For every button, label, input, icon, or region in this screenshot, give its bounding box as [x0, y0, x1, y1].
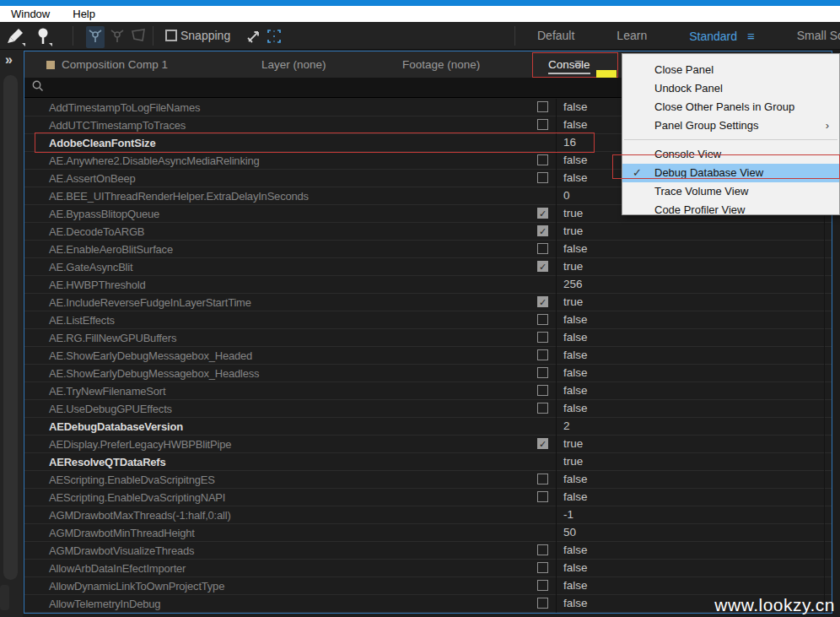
table-row[interactable]: AGMDrawbotMinThreadHeight50: [24, 524, 832, 542]
setting-value[interactable]: false: [563, 579, 588, 592]
setting-value[interactable]: true: [563, 225, 583, 237]
table-row[interactable]: AGMDrawbotVisualizeThreadsfalse: [24, 542, 832, 560]
menu-item-code-profiler-view[interactable]: Code Profiler View: [622, 201, 839, 219]
snapping-checkbox[interactable]: [165, 30, 177, 41]
menu-item-undock-panel[interactable]: Undock Panel: [622, 79, 839, 98]
setting-value[interactable]: 0: [563, 189, 570, 202]
menu-window[interactable]: Window: [11, 8, 50, 20]
panel-tab-composition-comp-1[interactable]: Composition Comp 1: [46, 51, 168, 78]
setting-checkbox[interactable]: ✓: [537, 438, 548, 449]
setting-checkbox[interactable]: [537, 474, 548, 484]
setting-checkbox[interactable]: [537, 544, 548, 555]
setting-checkbox[interactable]: [537, 367, 548, 378]
setting-value[interactable]: false: [563, 331, 588, 344]
setting-checkbox[interactable]: [537, 598, 548, 609]
orbit-camera-icon[interactable]: [86, 26, 105, 48]
vertical-scrollbar[interactable]: [3, 75, 18, 580]
table-row[interactable]: AEScripting.EnableDvaScriptingNAPIfalse: [24, 489, 832, 506]
workspace-tab-learn[interactable]: Learn: [617, 29, 647, 42]
table-row[interactable]: AllowArbDataInEfectImporterfalse: [24, 560, 832, 577]
table-row[interactable]: AE.IncludeReverseFudgeInLayerStartTime✓t…: [24, 294, 832, 311]
setting-value[interactable]: false: [563, 154, 588, 166]
panel-tab-console[interactable]: Console: [548, 51, 590, 78]
panel-tab-footage-none[interactable]: Footage (none): [402, 51, 480, 78]
setting-value[interactable]: false: [563, 473, 588, 485]
table-row[interactable]: AE.ShowEarlyDebugMessagebox_Headlessfals…: [24, 365, 832, 382]
menu-item-console-view[interactable]: Console View: [622, 145, 839, 164]
setting-checkbox[interactable]: [537, 119, 548, 130]
collapse-chevrons-icon[interactable]: »: [5, 52, 11, 68]
setting-value[interactable]: true: [563, 437, 583, 450]
setting-checkbox[interactable]: [537, 491, 548, 502]
setting-value[interactable]: 16: [563, 136, 576, 149]
setting-checkbox[interactable]: ✓: [537, 261, 548, 272]
setting-value[interactable]: 50: [563, 526, 576, 539]
workspace-tab-small-scr[interactable]: Small Scr: [797, 29, 840, 42]
brush-tool-icon[interactable]: [5, 26, 25, 50]
panel-menu-hamburger-icon[interactable]: ≡: [574, 56, 582, 70]
setting-value[interactable]: false: [563, 118, 588, 131]
setting-checkbox[interactable]: [537, 332, 548, 343]
setting-value[interactable]: true: [563, 295, 583, 308]
setting-checkbox[interactable]: [537, 154, 548, 165]
setting-value[interactable]: true: [563, 260, 583, 273]
pan-camera-icon[interactable]: [108, 26, 127, 48]
table-row[interactable]: AE.GateAsyncBlit✓true: [24, 258, 832, 276]
setting-value[interactable]: false: [563, 349, 588, 361]
table-row[interactable]: AE.DecodeToARGB✓true: [24, 223, 832, 241]
table-row[interactable]: AE.UseDebugGPUEffectsfalse: [24, 400, 832, 418]
menu-help[interactable]: Help: [73, 8, 95, 20]
setting-value[interactable]: -1: [563, 508, 573, 521]
setting-value[interactable]: true: [563, 455, 583, 468]
setting-value[interactable]: false: [563, 561, 588, 574]
setting-checkbox[interactable]: [537, 172, 548, 183]
setting-checkbox[interactable]: ✓: [537, 296, 548, 307]
table-row[interactable]: AllowTelemetryInDebugfalse: [24, 595, 832, 613]
table-row[interactable]: AEScripting.EnableDvaScripitngESfalse: [24, 471, 832, 489]
menu-item-trace-volume-view[interactable]: Trace Volume View: [622, 182, 839, 201]
workspace-tab-standard[interactable]: Standard≡: [689, 29, 755, 43]
setting-value[interactable]: false: [563, 544, 588, 556]
setting-value[interactable]: false: [563, 171, 588, 184]
table-row[interactable]: AEDisplay.PreferLegacyHWBPBlitPipe✓true: [24, 436, 832, 453]
table-row[interactable]: AE.TryNewFilenameSortfalse: [24, 382, 832, 400]
setting-value[interactable]: false: [563, 366, 588, 379]
setting-checkbox[interactable]: [537, 101, 548, 112]
setting-value[interactable]: false: [563, 242, 588, 255]
setting-value[interactable]: false: [563, 384, 588, 397]
workspace-menu-icon[interactable]: ≡: [747, 29, 755, 43]
setting-checkbox[interactable]: [537, 580, 548, 591]
table-row[interactable]: AEDebugDatabaseVersion2: [24, 418, 832, 436]
setting-value[interactable]: false: [563, 597, 588, 609]
menu-item-debug-database-view[interactable]: ✓Debug Database View: [622, 164, 839, 182]
menu-item-panel-group-settings[interactable]: Panel Group Settings›: [622, 116, 839, 135]
snap-arrow-icon[interactable]: [246, 28, 263, 48]
setting-value[interactable]: 2: [563, 419, 570, 432]
setting-checkbox[interactable]: [537, 243, 548, 254]
setting-checkbox[interactable]: [537, 385, 548, 396]
workspace-tab-default[interactable]: Default: [537, 29, 574, 42]
setting-checkbox[interactable]: ✓: [537, 208, 548, 219]
setting-checkbox[interactable]: [537, 314, 548, 325]
setting-checkbox[interactable]: [537, 562, 548, 573]
table-row[interactable]: AE.EnableAeroBlitSurfacefalse: [24, 241, 832, 258]
setting-value[interactable]: false: [563, 313, 588, 326]
dolly-camera-icon[interactable]: [129, 26, 148, 48]
panel-tab-layer-none[interactable]: Layer (none): [261, 51, 326, 78]
setting-value[interactable]: true: [563, 207, 583, 219]
region-grid-icon[interactable]: [266, 28, 283, 48]
table-row[interactable]: AllowDynamicLinkToOwnProjectTypefalse: [24, 577, 832, 595]
setting-checkbox[interactable]: ✓: [537, 225, 548, 236]
setting-checkbox[interactable]: [537, 349, 548, 360]
setting-value[interactable]: false: [563, 402, 588, 414]
setting-value[interactable]: false: [563, 100, 588, 113]
setting-checkbox[interactable]: [537, 403, 548, 414]
table-row[interactable]: AE.HWBPThreshold256: [24, 276, 832, 294]
table-row[interactable]: AEResolveQTDataRefstrue: [24, 453, 832, 471]
scrollbar-stub[interactable]: [0, 585, 9, 610]
table-row[interactable]: AGMDrawbotMaxThreads(-1:half,0:all)-1: [24, 506, 832, 524]
table-row[interactable]: AE.ShowEarlyDebugMessagebox_Headedfalse: [24, 347, 832, 365]
menu-item-close-panel[interactable]: Close Panel: [622, 61, 839, 79]
setting-value[interactable]: false: [563, 490, 588, 503]
table-row[interactable]: AE.ListEffectsfalse: [24, 311, 832, 329]
